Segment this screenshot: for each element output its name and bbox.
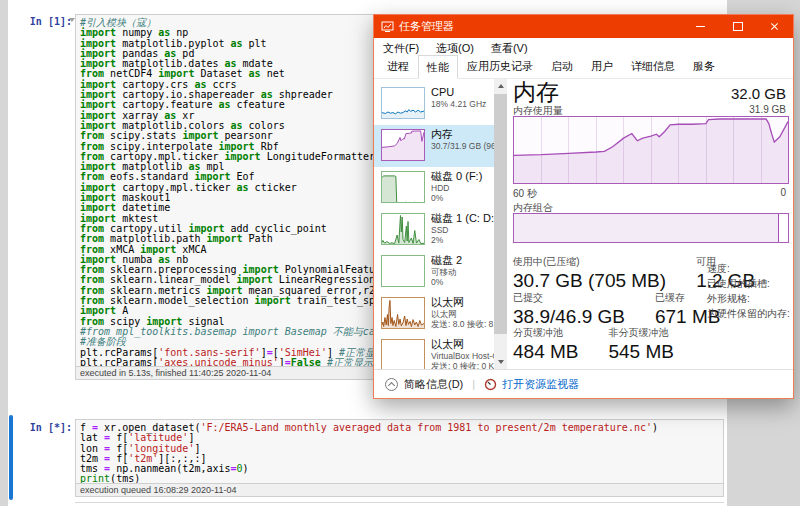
stat-in-use: 使用中(已压缩) 30.7 GB (705 MB) [513, 255, 666, 292]
taskmanager-footer: 简略信息(D) | 打开资源监视器 [374, 369, 793, 398]
sidebar-item-ethernet1[interactable]: 以太网 以太网 发送: 8.0 接收: 8.0 Kbps [374, 293, 494, 335]
disk0-mini-chart [381, 171, 425, 203]
selected-cell-indicator [9, 415, 13, 500]
minimize-button[interactable] [682, 15, 719, 38]
menu-options[interactable]: 选项(O) [436, 41, 474, 56]
scroll-up-icon[interactable] [494, 79, 507, 93]
tab-app-history[interactable]: 应用历史记录 [458, 55, 542, 78]
sidebar-item-ethernet2[interactable]: 以太网 VirtualBox Host-On... 发送: 0 接收: 0 Kb… [374, 335, 494, 369]
tab-startup[interactable]: 启动 [542, 55, 582, 78]
stat-paged-pool: 分页缓冲池 484 MB [513, 326, 578, 363]
close-button[interactable] [756, 15, 793, 38]
window-title: 任务管理器 [399, 19, 454, 34]
sidebar-item-memory[interactable]: 内存 30.7/31.9 GB (96%) [374, 125, 494, 167]
tab-users[interactable]: 用户 [582, 55, 622, 78]
sidebar-scrollbar[interactable] [494, 79, 507, 369]
sidebar-item-disk1[interactable]: 磁盘 1 (C: D: E:) SSD 2% [374, 209, 494, 251]
label-hw-reserved: 为硬件保留的内存: [707, 306, 790, 321]
scroll-down-icon[interactable] [494, 355, 507, 369]
label-speed: 速度: [707, 261, 790, 276]
disk1-mini-chart [381, 213, 425, 245]
maximize-icon [733, 22, 743, 31]
label-form-factor: 外形规格: [707, 291, 790, 306]
menu-view[interactable]: 查看(V) [491, 41, 528, 56]
chart-x-left: 60 秒 [513, 187, 537, 201]
performance-sidebar: CPU 18% 4.21 GHz 内存 30.7/31.9 GB (96%) [374, 79, 494, 369]
memory-mini-chart [381, 129, 425, 161]
chart-x-right: 0 [780, 187, 786, 198]
sidebar-item-disk0[interactable]: 磁盘 0 (F:) HDD 0% [374, 167, 494, 209]
tab-details[interactable]: 详细信息 [622, 55, 684, 78]
composition-in-use [514, 214, 768, 242]
fewer-details-button[interactable]: 简略信息(D) [404, 377, 463, 392]
sidebar-item-disk2[interactable]: 磁盘 2 可移动 0% [374, 251, 494, 293]
maximize-button[interactable] [719, 15, 756, 38]
ethernet1-mini-chart [381, 297, 425, 329]
task-manager-window: 任务管理器 文件(F) 选项(O) 查看(V) 进程 性能 应用历史记录 启动 … [373, 14, 794, 399]
memory-composition-bar[interactable] [513, 213, 789, 243]
open-resource-monitor-link[interactable]: 打开资源监视器 [502, 377, 579, 392]
next-cell-edge [75, 502, 724, 506]
composition-modified [767, 214, 779, 242]
ethernet2-mini-chart [381, 339, 425, 369]
stat-committed: 已提交 38.9/46.9 GB [513, 291, 625, 328]
tab-bar: 进程 性能 应用历史记录 启动 用户 详细信息 服务 [374, 58, 793, 79]
scrollbar-thumb[interactable] [494, 94, 507, 334]
taskmanager-icon [381, 20, 394, 33]
menu-file[interactable]: 文件(F) [383, 41, 419, 56]
cell-2-exec-status: execution queued 16:08:29 2020-11-04 [75, 484, 724, 497]
fewer-details-icon[interactable] [385, 378, 398, 391]
memory-total: 32.0 GB [731, 85, 786, 102]
footer-divider: | [472, 378, 475, 390]
memory-chart-max: 31.9 GB [749, 104, 786, 115]
tab-processes[interactable]: 进程 [378, 55, 418, 78]
close-icon [770, 22, 779, 31]
memory-stats-row-2: 已提交 38.9/46.9 GB 已缓存 671 MB [513, 291, 720, 328]
memory-hw-labels: 速度: 已使用的插槽: 外形规格: 为硬件保留的内存: [707, 261, 790, 321]
stat-nonpaged-pool: 非分页缓冲池 545 MB [608, 326, 673, 363]
cell-1-prompt: In [1]: [22, 16, 72, 27]
disk2-mini-chart [381, 255, 425, 287]
titlebar[interactable]: 任务管理器 [374, 15, 793, 38]
cell-2-input[interactable]: f = xr.open_dataset('F:/ERA5-Land monthl… [75, 419, 724, 484]
resource-monitor-icon [484, 378, 497, 391]
memory-usage-chart [513, 116, 789, 184]
tab-services[interactable]: 服务 [684, 55, 724, 78]
sidebar-item-cpu[interactable]: CPU 18% 4.21 GHz [374, 83, 494, 125]
cpu-mini-chart [381, 87, 425, 119]
cell-2-prompt: In [*]: [22, 422, 72, 433]
minimize-icon [696, 26, 705, 27]
label-slots-used: 已使用的插槽: [707, 276, 790, 291]
memory-stats-row-3: 分页缓冲池 484 MB 非分页缓冲池 545 MB [513, 326, 674, 363]
tab-performance[interactable]: 性能 [418, 55, 458, 79]
